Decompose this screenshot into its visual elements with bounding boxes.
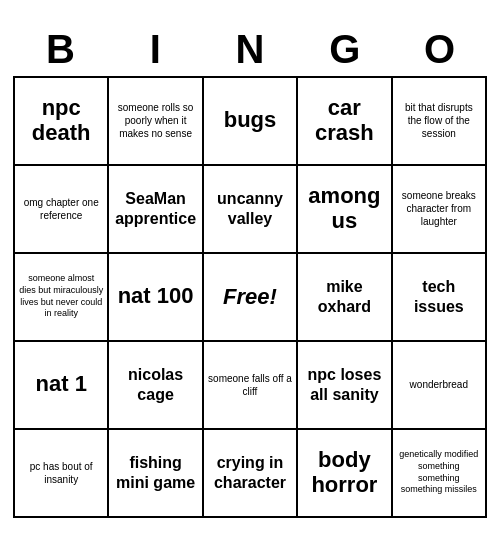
bingo-cell-17: someone falls off a cliff [204, 342, 298, 430]
bingo-cell-4: bit that disrupts the flow of the sessio… [393, 78, 487, 166]
bingo-cell-21: fishing mini game [109, 430, 203, 518]
bingo-cell-9: someone breaks character from laughter [393, 166, 487, 254]
bingo-cell-11: nat 100 [109, 254, 203, 342]
bingo-grid: npc deathsomeone rolls so poorly when it… [13, 76, 487, 518]
bingo-cell-15: nat 1 [15, 342, 109, 430]
bingo-letter-b: B [16, 27, 104, 72]
bingo-title: BINGO [13, 27, 487, 72]
bingo-card: BINGO npc deathsomeone rolls so poorly w… [5, 19, 495, 526]
bingo-cell-10: someone almost dies but miraculously liv… [15, 254, 109, 342]
bingo-cell-3: car crash [298, 78, 392, 166]
bingo-cell-1: someone rolls so poorly when it makes no… [109, 78, 203, 166]
bingo-letter-g: G [301, 27, 389, 72]
bingo-cell-6: SeaMan apprentice [109, 166, 203, 254]
bingo-cell-14: tech issues [393, 254, 487, 342]
bingo-cell-19: wonderbread [393, 342, 487, 430]
bingo-cell-24: genetically modified something something… [393, 430, 487, 518]
bingo-cell-2: bugs [204, 78, 298, 166]
bingo-cell-23: body horror [298, 430, 392, 518]
bingo-cell-18: npc loses all sanity [298, 342, 392, 430]
bingo-cell-5: omg chapter one reference [15, 166, 109, 254]
bingo-letter-o: O [396, 27, 484, 72]
bingo-cell-7: uncanny valley [204, 166, 298, 254]
bingo-letter-n: N [206, 27, 294, 72]
bingo-cell-8: among us [298, 166, 392, 254]
bingo-letter-i: I [111, 27, 199, 72]
bingo-cell-13: mike oxhard [298, 254, 392, 342]
bingo-cell-0: npc death [15, 78, 109, 166]
bingo-cell-16: nicolas cage [109, 342, 203, 430]
bingo-cell-12: Free! [204, 254, 298, 342]
bingo-cell-20: pc has bout of insanity [15, 430, 109, 518]
bingo-cell-22: crying in character [204, 430, 298, 518]
